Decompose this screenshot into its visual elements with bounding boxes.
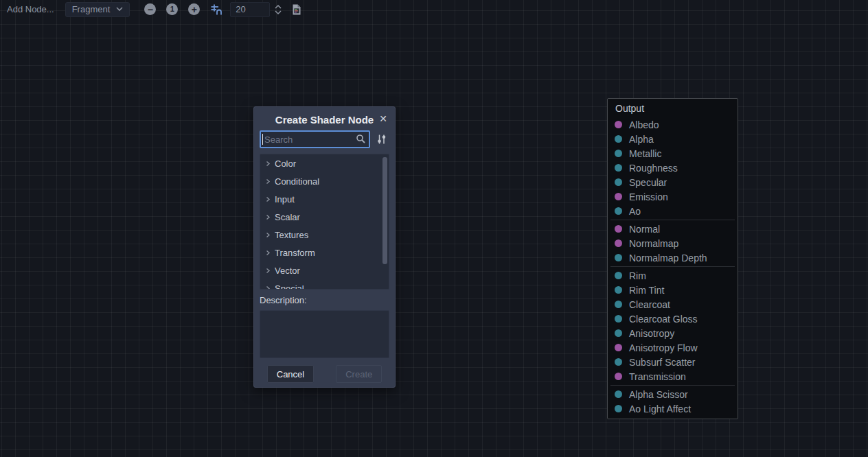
port-label: Anisotropy	[629, 328, 674, 339]
node-category-tree: Color Conditional Input Scalar Textures …	[260, 154, 389, 290]
port-alpha-scissor: Alpha Scissor	[608, 387, 738, 401]
tree-item-scalar[interactable]: Scalar	[260, 208, 389, 226]
create-button[interactable]: Create	[336, 365, 382, 383]
port-transmission: Transmission	[608, 369, 738, 384]
chevron-right-icon[interactable]	[265, 250, 271, 256]
port-ao-light-affect: Ao Light Affect	[608, 401, 738, 416]
close-icon[interactable]: ✕	[377, 113, 389, 125]
port-handle[interactable]	[615, 301, 622, 308]
port-emission: Emission	[608, 189, 738, 204]
filter-options-icon[interactable]	[374, 132, 389, 147]
port-label: Anisotropy Flow	[629, 342, 698, 353]
chevron-right-icon[interactable]	[265, 196, 271, 202]
tree-item-special[interactable]: Special	[260, 279, 389, 290]
dialog-title: Create Shader Node	[260, 113, 389, 128]
output-node-title[interactable]: Output	[615, 103, 738, 114]
port-handle[interactable]	[615, 225, 622, 233]
description-label: Description:	[260, 295, 389, 307]
port-normalmap: Normalmap	[608, 236, 738, 250]
port-handle[interactable]	[615, 254, 622, 261]
port-handle[interactable]	[615, 286, 622, 294]
tree-item-transform[interactable]: Transform	[260, 244, 389, 261]
dialog-title-bar[interactable]: Create Shader Node ✕	[260, 113, 389, 129]
port-anisotropy: Anisotropy	[608, 326, 738, 340]
port-handle[interactable]	[615, 329, 622, 337]
spinner-updown-icon[interactable]	[273, 4, 283, 15]
snap-distance-input[interactable]: 20	[230, 2, 270, 17]
port-handle[interactable]	[615, 239, 622, 247]
port-handle[interactable]	[615, 315, 622, 323]
tree-item-label: Scalar	[275, 212, 300, 222]
port-group-separator	[610, 266, 735, 267]
port-handle[interactable]	[615, 272, 622, 279]
port-clearcoat: Clearcoat	[608, 297, 738, 312]
port-handle[interactable]	[615, 121, 622, 128]
port-handle[interactable]	[615, 344, 622, 351]
port-handle[interactable]	[615, 373, 622, 380]
output-node[interactable]: Output Albedo Alpha Metallic Roughness S…	[607, 98, 738, 419]
port-group-separator	[610, 220, 735, 220]
cancel-button[interactable]: Cancel	[267, 365, 314, 383]
port-label: Alpha	[629, 134, 654, 145]
port-albedo: Albedo	[608, 117, 738, 132]
shader-stage-label: Fragment	[72, 4, 111, 14]
port-handle[interactable]	[615, 193, 622, 200]
tree-item-label: Vector	[275, 266, 300, 276]
tree-scrollbar[interactable]	[382, 156, 387, 289]
shader-script-icon[interactable]	[291, 4, 302, 15]
tree-item-color[interactable]: Color	[260, 154, 389, 172]
port-rim: Rim	[608, 268, 738, 283]
port-label: Clearcoat Gloss	[629, 314, 698, 325]
tree-item-vector[interactable]: Vector	[260, 261, 389, 279]
port-label: Specular	[629, 177, 667, 188]
snap-grid-toggle[interactable]	[211, 4, 222, 15]
zoom-in-button[interactable]: +	[188, 3, 200, 15]
tree-item-input[interactable]: Input	[260, 190, 389, 208]
port-ao: Ao	[608, 204, 738, 218]
tree-item-label: Conditional	[275, 176, 319, 187]
scrollbar-thumb[interactable]	[382, 157, 387, 264]
chevron-right-icon[interactable]	[265, 232, 271, 238]
tree-item-label: Textures	[275, 230, 308, 240]
zoom-reset-button[interactable]: 1	[166, 3, 178, 15]
port-handle[interactable]	[615, 207, 622, 215]
chevron-right-icon[interactable]	[265, 178, 271, 185]
create-shader-node-dialog: Create Shader Node ✕ Color	[253, 106, 396, 388]
port-handle[interactable]	[615, 150, 622, 157]
port-label: Clearcoat	[629, 299, 670, 310]
port-subsurf-scatter: Subsurf Scatter	[608, 355, 738, 369]
port-metallic: Metallic	[608, 146, 738, 161]
port-handle[interactable]	[615, 164, 622, 172]
shader-stage-dropdown[interactable]: Fragment	[65, 2, 130, 17]
port-handle[interactable]	[615, 405, 622, 412]
tree-item-label: Input	[275, 194, 295, 204]
port-handle[interactable]	[615, 390, 622, 398]
text-caret	[262, 134, 263, 145]
tree-item-textures[interactable]: Textures	[260, 226, 389, 244]
port-label: Ao Light Affect	[629, 403, 691, 414]
port-handle[interactable]	[615, 178, 622, 186]
chevron-right-icon[interactable]	[265, 268, 271, 274]
chevron-right-icon[interactable]	[265, 214, 271, 220]
chevron-right-icon[interactable]	[265, 161, 271, 167]
port-label: Normalmap Depth	[629, 253, 707, 263]
tree-item-label: Transform	[275, 248, 315, 258]
port-label: Rim	[629, 270, 646, 281]
port-rim-tint: Rim Tint	[608, 283, 738, 297]
add-node-button[interactable]: Add Node...	[7, 4, 54, 14]
port-label: Normalmap	[629, 238, 678, 249]
chevron-right-icon[interactable]	[265, 285, 271, 290]
port-clearcoat-gloss: Clearcoat Gloss	[608, 312, 738, 326]
zoom-out-button[interactable]: −	[144, 3, 156, 15]
tree-item-conditional[interactable]: Conditional	[260, 172, 389, 190]
port-handle[interactable]	[615, 358, 622, 366]
search-input[interactable]	[260, 130, 370, 148]
port-specular: Specular	[608, 175, 738, 189]
port-alpha: Alpha	[608, 132, 738, 146]
port-anisotropy-flow: Anisotropy Flow	[608, 340, 738, 355]
port-handle[interactable]	[615, 135, 622, 143]
port-normal: Normal	[608, 222, 738, 236]
graph-canvas[interactable]: { "toolbar": { "add_node_label": "Add No…	[0, 0, 868, 457]
search-icon	[356, 134, 366, 147]
port-label: Rim Tint	[629, 285, 664, 296]
